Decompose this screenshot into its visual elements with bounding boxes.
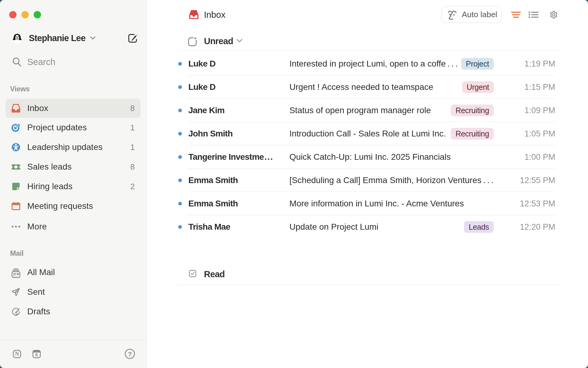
svg-text:N: N <box>15 351 19 357</box>
svg-text:?: ? <box>128 351 132 358</box>
svg-text:6: 6 <box>35 352 38 357</box>
